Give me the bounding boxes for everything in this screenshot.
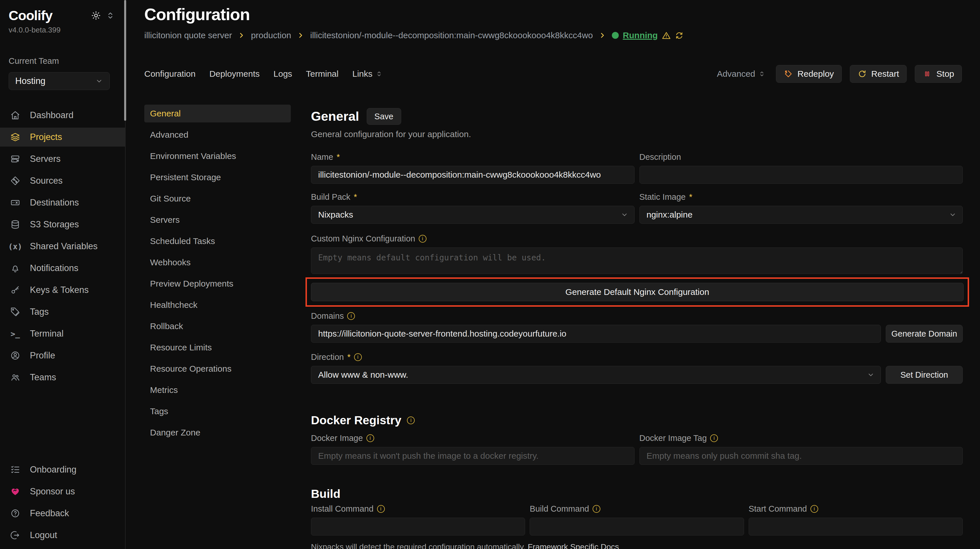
- sidebar-item-servers[interactable]: Servers: [9, 148, 125, 170]
- logo-row: Coolify: [9, 8, 125, 23]
- subnav-item-healthcheck[interactable]: Healthcheck: [144, 296, 291, 314]
- sidebar-item-s3-storages[interactable]: S3 Storages: [9, 213, 125, 236]
- direction-select[interactable]: Allow www & non-www.: [311, 366, 881, 384]
- chevron-right-icon: [599, 32, 606, 39]
- sidebar-item-label: Projects: [30, 132, 62, 142]
- generate-domain-button[interactable]: Generate Domain: [886, 325, 963, 343]
- tab-links[interactable]: Links: [352, 69, 383, 79]
- tab-configuration[interactable]: Configuration: [144, 69, 196, 79]
- domains-input[interactable]: [311, 325, 881, 343]
- custom-nginx-textarea[interactable]: [311, 247, 963, 274]
- subnav-item-servers[interactable]: Servers: [144, 211, 291, 229]
- sidebar-item-logout[interactable]: Logout: [9, 524, 125, 546]
- warning-triangle-icon[interactable]: [662, 31, 671, 40]
- status-running-link[interactable]: Running: [623, 30, 658, 40]
- subnav-item-tags[interactable]: Tags: [144, 403, 291, 420]
- sidebar-item-profile[interactable]: Profile: [9, 345, 125, 366]
- sidebar-item-shared-variables[interactable]: (x) Shared Variables: [9, 236, 125, 257]
- docker-image-input[interactable]: [311, 447, 635, 465]
- team-select[interactable]: Hosting: [9, 72, 110, 90]
- subnav-item-metrics[interactable]: Metrics: [144, 381, 291, 399]
- stop-button[interactable]: Stop: [915, 65, 962, 83]
- checklist-icon: [10, 465, 20, 474]
- save-button[interactable]: Save: [367, 108, 401, 125]
- sidebar-item-destinations[interactable]: Destinations: [9, 192, 125, 213]
- info-icon[interactable]: i: [419, 235, 426, 243]
- sidebar-item-sources[interactable]: Sources: [9, 170, 125, 192]
- team-select-value: Hosting: [15, 76, 45, 86]
- subnav-item-rollback[interactable]: Rollback: [144, 317, 291, 335]
- sidebar-item-onboarding[interactable]: Onboarding: [9, 459, 125, 481]
- restart-icon: [858, 69, 867, 78]
- tab-deployments[interactable]: Deployments: [209, 69, 259, 79]
- subnav-item-scheduled-tasks[interactable]: Scheduled Tasks: [144, 232, 291, 250]
- required-mark: *: [347, 352, 350, 362]
- subnav-item-danger-zone[interactable]: Danger Zone: [144, 424, 291, 441]
- info-icon[interactable]: i: [377, 505, 385, 513]
- required-mark: *: [689, 192, 692, 202]
- set-direction-button[interactable]: Set Direction: [886, 366, 963, 384]
- sidebar-item-label: Tags: [30, 307, 49, 317]
- sidebar-item-keys-tokens[interactable]: Keys & Tokens: [9, 279, 125, 301]
- breadcrumb-environment[interactable]: production: [251, 30, 291, 40]
- sidebar-scrollbar-thumb[interactable]: [124, 0, 126, 121]
- sidebar-item-teams[interactable]: Teams: [9, 366, 125, 388]
- chevron-down-icon: [867, 371, 875, 379]
- tabs: Configuration Deployments Logs Terminal …: [144, 69, 383, 79]
- build-command-input[interactable]: [530, 518, 744, 535]
- info-icon[interactable]: i: [347, 312, 355, 320]
- chevrons-up-down-icon[interactable]: [105, 11, 115, 21]
- advanced-dropdown[interactable]: Advanced: [717, 69, 765, 79]
- start-command-input[interactable]: [749, 518, 963, 535]
- name-input[interactable]: [311, 166, 635, 184]
- install-command-input[interactable]: [311, 518, 525, 535]
- info-icon[interactable]: i: [366, 434, 374, 442]
- main: Configuration illicitonion quote server …: [126, 0, 980, 549]
- static-image-label: Static Image*: [640, 192, 963, 202]
- docker-image-tag-input[interactable]: [640, 447, 963, 465]
- users-icon: [10, 372, 20, 382]
- theme-toggle-sun-icon[interactable]: [91, 11, 101, 21]
- breadcrumb-application[interactable]: illicitestonion/-module--decomposition:m…: [310, 30, 593, 40]
- description-input[interactable]: [640, 166, 963, 184]
- restart-button[interactable]: Restart: [850, 65, 907, 83]
- heart-icon: [10, 487, 20, 496]
- subnav-item-general[interactable]: General: [144, 105, 291, 123]
- refresh-icon[interactable]: [675, 31, 684, 40]
- info-icon[interactable]: i: [810, 505, 818, 513]
- docker-image-label: Docker Imagei: [311, 433, 635, 443]
- subnav-item-advanced[interactable]: Advanced: [144, 126, 291, 144]
- framework-docs-link[interactable]: Framework Specific Docs: [528, 543, 619, 549]
- redeploy-button[interactable]: Redeploy: [776, 65, 842, 83]
- subnav-item-preview-deployments[interactable]: Preview Deployments: [144, 275, 291, 293]
- sidebar-item-sponsor-us[interactable]: Sponsor us: [9, 481, 125, 503]
- subnav-item-environment-variables[interactable]: Environment Variables: [144, 147, 291, 165]
- sidebar-item-notifications[interactable]: Notifications: [9, 257, 125, 279]
- sidebar-item-dashboard[interactable]: Dashboard: [9, 104, 125, 126]
- build-pack-select[interactable]: Nixpacks: [311, 206, 635, 224]
- sidebar-item-feedback[interactable]: Feedback: [9, 503, 125, 524]
- tab-terminal[interactable]: Terminal: [306, 69, 339, 79]
- info-icon[interactable]: i: [354, 353, 362, 361]
- generate-nginx-config-button[interactable]: Generate Default Nginx Configuration: [311, 283, 964, 301]
- subnav-item-git-source[interactable]: Git Source: [144, 190, 291, 207]
- sidebar-item-terminal[interactable]: >_ Terminal: [9, 323, 125, 345]
- chevrons-up-down-icon: [375, 70, 383, 78]
- info-icon[interactable]: i: [710, 434, 718, 442]
- static-image-select[interactable]: nginx:alpine: [640, 206, 963, 224]
- info-icon[interactable]: i: [407, 417, 415, 424]
- direction-value: Allow www & non-www.: [318, 370, 408, 380]
- redeploy-icon: [784, 69, 793, 78]
- subnav-item-webhooks[interactable]: Webhooks: [144, 253, 291, 271]
- subnav-item-resource-limits[interactable]: Resource Limits: [144, 339, 291, 356]
- tab-logs[interactable]: Logs: [274, 69, 292, 79]
- subnav-item-persistent-storage[interactable]: Persistent Storage: [144, 169, 291, 186]
- general-form: General Save General configuration for y…: [311, 105, 963, 549]
- bell-icon: [10, 263, 20, 273]
- sidebar-item-label: S3 Storages: [30, 219, 79, 230]
- sidebar-item-tags[interactable]: Tags: [9, 301, 125, 323]
- sidebar-item-projects[interactable]: Projects: [9, 126, 125, 148]
- subnav-item-resource-operations[interactable]: Resource Operations: [144, 360, 291, 378]
- breadcrumb-project[interactable]: illicitonion quote server: [144, 30, 232, 40]
- info-icon[interactable]: i: [593, 505, 600, 513]
